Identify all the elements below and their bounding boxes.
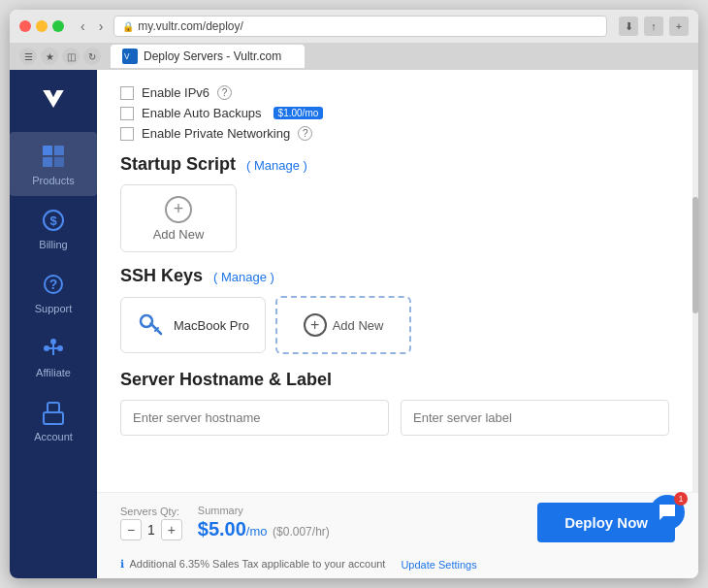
networking-row: Enable Private Networking ? xyxy=(120,126,669,141)
sidebar-item-products[interactable]: Products xyxy=(10,132,97,196)
summary-price: $5.00/mo ($0.007/hr) xyxy=(198,518,330,540)
reader-icon[interactable]: ◫ xyxy=(62,48,80,65)
sidebar-logo[interactable] xyxy=(34,80,73,118)
backups-checkbox[interactable] xyxy=(120,107,134,120)
sidebar-item-affiliate-label: Affiliate xyxy=(36,367,71,378)
url-text: my.vultr.com/deploy/ xyxy=(138,19,242,33)
server-hostname-title: Server Hostname & Label xyxy=(120,370,669,390)
svg-line-17 xyxy=(151,324,162,335)
affiliate-icon xyxy=(39,334,68,363)
maximize-button[interactable] xyxy=(52,20,64,32)
sidebar-item-products-label: Products xyxy=(32,175,74,186)
footer-note: ℹ Additional 6.35% Sales Tax applicable … xyxy=(97,552,698,578)
ssh-key-macbook[interactable]: MacBook Pro xyxy=(120,297,266,353)
browser-chrome: ‹ › 🔒 my.vultr.com/deploy/ ⬇ ↑ + ☰ ★ ◫ ↻ xyxy=(10,10,698,70)
tab-title: Deploy Servers - Vultr.com xyxy=(144,49,281,63)
traffic-lights xyxy=(19,20,64,32)
download-icon[interactable]: ⬇ xyxy=(619,16,638,36)
close-button[interactable] xyxy=(19,20,31,32)
nav-buttons: ‹ › xyxy=(76,16,108,36)
backups-price-badge: $1.00/mo xyxy=(274,107,324,119)
qty-value: 1 xyxy=(147,522,155,538)
startup-script-title: Startup Script ( Manage ) xyxy=(120,154,669,175)
svg-rect-2 xyxy=(54,146,64,155)
sidebar: Products $ Billing ? xyxy=(10,70,97,578)
networking-checkbox[interactable] xyxy=(120,127,134,141)
svg-rect-14 xyxy=(44,412,63,424)
minimize-button[interactable] xyxy=(36,20,48,32)
main-area: Enable IPv6 ? Enable Auto Backups $1.00/… xyxy=(97,70,698,578)
extensions-icon[interactable]: ☰ xyxy=(19,48,37,65)
ssh-key-icon xyxy=(137,310,164,341)
ssh-add-label: Add New xyxy=(333,318,384,333)
qty-decrement-button[interactable]: − xyxy=(120,519,142,540)
svg-rect-15 xyxy=(48,403,59,412)
products-icon xyxy=(39,142,68,171)
back-button[interactable]: ‹ xyxy=(76,16,90,36)
qty-section: Servers Qty: − 1 + xyxy=(120,506,182,540)
svg-point-16 xyxy=(141,315,152,327)
networking-help-icon[interactable]: ? xyxy=(298,126,312,141)
ssh-plus-icon: + xyxy=(304,313,327,337)
scrollable-area: Enable IPv6 ? Enable Auto Backups $1.00/… xyxy=(97,70,698,492)
ssh-manage-link[interactable]: ( Manage ) xyxy=(213,270,274,284)
ipv6-row: Enable IPv6 ? xyxy=(120,85,669,100)
ipv6-checkbox[interactable] xyxy=(120,86,134,100)
toolbar-icons: ⬇ ↑ + xyxy=(619,16,689,36)
title-bar: ‹ › 🔒 my.vultr.com/deploy/ ⬇ ↑ + xyxy=(10,10,698,43)
hostname-input[interactable] xyxy=(120,400,389,436)
chat-badge: 1 xyxy=(674,492,688,506)
support-icon: ? xyxy=(39,270,68,299)
summary-section: Summary $5.00/mo ($0.007/hr) xyxy=(198,505,330,540)
sidebar-item-support-label: Support xyxy=(35,303,73,314)
startup-add-new-box[interactable]: + Add New xyxy=(120,184,237,252)
server-label-input[interactable] xyxy=(401,400,669,436)
sidebar-item-support[interactable]: ? Support xyxy=(10,260,97,324)
sidebar-item-account-label: Account xyxy=(34,431,73,442)
startup-manage-link[interactable]: ( Manage ) xyxy=(246,158,307,173)
svg-text:$: $ xyxy=(49,213,57,228)
networking-label: Enable Private Networking xyxy=(142,126,290,141)
sidebar-item-billing[interactable]: $ Billing xyxy=(10,196,97,260)
app-content: Products $ Billing ? xyxy=(10,70,698,578)
sidebar-item-account[interactable]: Account xyxy=(10,388,97,452)
reload-icon[interactable]: ↻ xyxy=(83,48,101,65)
tax-note: Additional 6.35% Sales Tax applicable to… xyxy=(129,558,385,570)
share-icon[interactable]: ↑ xyxy=(644,16,663,36)
backups-label: Enable Auto Backups xyxy=(142,106,262,120)
qty-controls: − 1 + xyxy=(120,519,182,540)
startup-plus-icon: + xyxy=(165,196,192,223)
ssh-key-name: MacBook Pro xyxy=(174,318,249,333)
qty-label: Servers Qty: xyxy=(120,506,182,517)
update-settings-link[interactable]: Update Settings xyxy=(401,559,476,571)
svg-point-13 xyxy=(50,339,56,344)
lock-icon: 🔒 xyxy=(122,21,134,32)
ssh-keys-title: SSH Keys ( Manage ) xyxy=(120,266,669,286)
startup-add-label: Add New xyxy=(153,227,205,242)
active-tab[interactable]: V Deploy Servers - Vultr.com xyxy=(111,45,305,68)
svg-rect-4 xyxy=(54,157,64,167)
ipv6-label: Enable IPv6 xyxy=(142,85,209,100)
forward-button[interactable]: › xyxy=(94,16,109,36)
address-bar[interactable]: 🔒 my.vultr.com/deploy/ xyxy=(113,16,607,37)
sidebar-item-billing-label: Billing xyxy=(39,239,67,250)
chat-bubble[interactable]: 1 xyxy=(650,495,685,530)
ssh-add-new-box[interactable]: + Add New xyxy=(275,296,411,354)
bookmark-icon[interactable]: ★ xyxy=(41,48,58,65)
sidebar-item-affiliate[interactable]: Affiliate xyxy=(10,324,97,388)
svg-rect-3 xyxy=(43,157,52,167)
summary-label: Summary xyxy=(198,505,330,516)
ipv6-help-icon[interactable]: ? xyxy=(217,85,232,100)
scrollbar-thumb[interactable] xyxy=(692,197,698,313)
svg-point-12 xyxy=(57,345,63,351)
svg-text:V: V xyxy=(124,52,130,61)
qty-increment-button[interactable]: + xyxy=(161,519,182,540)
hostname-inputs xyxy=(120,400,669,436)
backups-row: Enable Auto Backups $1.00/mo xyxy=(120,106,669,120)
new-tab-icon[interactable]: + xyxy=(669,16,689,36)
scrollbar[interactable] xyxy=(692,70,698,492)
billing-icon: $ xyxy=(39,206,68,235)
footer-bar: Servers Qty: − 1 + Summary $5.00/mo ($0.… xyxy=(97,492,698,552)
ssh-keys-row: MacBook Pro + Add New xyxy=(120,296,669,354)
svg-text:?: ? xyxy=(49,277,58,292)
